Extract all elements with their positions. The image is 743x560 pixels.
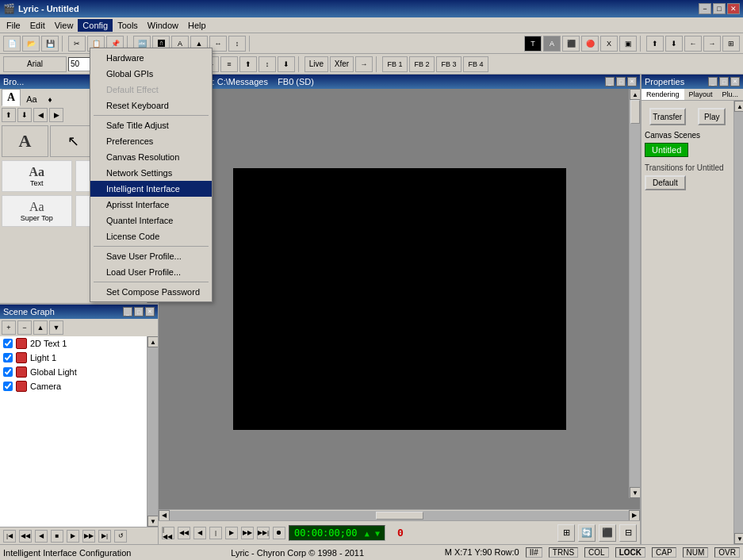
scene-check-2dtext[interactable] bbox=[3, 339, 13, 348]
browse-tab-diamond[interactable]: ♦ bbox=[43, 93, 58, 106]
menu-intelligent-interface[interactable]: Intelligent Interface bbox=[90, 181, 212, 197]
scene-check-camera[interactable] bbox=[3, 382, 13, 391]
canvas-pb-next[interactable]: ▶▶ bbox=[241, 527, 254, 539]
tb-color-5[interactable]: X bbox=[600, 36, 618, 52]
new-btn[interactable]: 📄 bbox=[3, 36, 21, 52]
scene-scrollbar[interactable]: ▲ ▼ bbox=[147, 336, 158, 527]
canvas-close-btn[interactable]: ✕ bbox=[627, 77, 637, 86]
align-bot-btn[interactable]: ⬇ bbox=[278, 56, 295, 72]
props-scroll-down[interactable]: ▼ bbox=[734, 533, 743, 544]
scene-check-light1[interactable] bbox=[3, 353, 13, 362]
scene-item-camera[interactable]: Camera bbox=[0, 379, 147, 393]
scene-item-2dtext[interactable]: 2D Text 1 bbox=[0, 336, 147, 351]
scene-scroll-track[interactable] bbox=[147, 347, 158, 516]
pb-play[interactable]: ▶ bbox=[67, 530, 79, 543]
canvas-scrollbar-v[interactable]: ▲ ▼ bbox=[629, 89, 640, 498]
pb-next[interactable]: ▶▶ bbox=[82, 530, 95, 543]
pb-start[interactable]: |◀ bbox=[3, 530, 16, 543]
canvas-pb-prev[interactable]: ◀ bbox=[193, 527, 206, 539]
props-scroll-track[interactable] bbox=[734, 112, 743, 533]
tool-a-large[interactable]: A bbox=[2, 125, 48, 157]
props-controls[interactable]: _ □ ✕ bbox=[708, 77, 740, 86]
xfer-btn[interactable]: Xfer bbox=[330, 56, 354, 72]
font-face-btn[interactable]: Arial bbox=[3, 56, 67, 72]
menu-load-profile[interactable]: Load User Profile... bbox=[90, 264, 212, 280]
live-btn[interactable]: Live bbox=[304, 56, 328, 72]
tb-color-6[interactable]: ▣ bbox=[619, 36, 637, 52]
maximize-button[interactable]: □ bbox=[713, 3, 726, 14]
props-close-btn[interactable]: ✕ bbox=[730, 77, 740, 86]
canvas-scroll-h-right[interactable]: ▶ bbox=[629, 510, 640, 521]
menu-network-settings[interactable]: Network Settings bbox=[90, 165, 212, 181]
pb-stop[interactable]: ■ bbox=[51, 530, 63, 543]
close-button[interactable]: ✕ bbox=[727, 3, 740, 14]
pb-prev[interactable]: ◀◀ bbox=[19, 530, 32, 543]
tab-plu[interactable]: Plu... bbox=[718, 89, 743, 100]
tb-misc-2[interactable]: ⬇ bbox=[665, 36, 683, 52]
arrow-btn[interactable]: → bbox=[355, 56, 373, 72]
align-justify-btn[interactable]: ≡ bbox=[220, 56, 238, 72]
scene-scroll-down[interactable]: ▼ bbox=[147, 516, 158, 527]
menu-tools[interactable]: Tools bbox=[113, 19, 143, 32]
browse-btn-4[interactable]: ▶ bbox=[49, 108, 63, 122]
save-btn[interactable]: 💾 bbox=[41, 36, 59, 52]
fb3-btn[interactable]: FB 3 bbox=[436, 56, 462, 72]
menu-safe-title[interactable]: Safe Title Adjust bbox=[90, 117, 212, 133]
tab-playout[interactable]: Playout bbox=[684, 89, 718, 100]
tb-misc-1[interactable]: ⬆ bbox=[646, 36, 664, 52]
menu-window[interactable]: Window bbox=[143, 19, 183, 32]
align-mid-btn[interactable]: ↕ bbox=[259, 56, 276, 72]
browse-tab-aa[interactable]: Aa bbox=[21, 92, 42, 106]
canvas-pb-end[interactable]: ▶▶| bbox=[257, 527, 270, 539]
align-top-btn[interactable]: ⬆ bbox=[239, 56, 257, 72]
scene-tb-3[interactable]: ▲ bbox=[33, 320, 48, 335]
menu-config[interactable]: Config bbox=[78, 19, 113, 32]
pb-prev2[interactable]: ◀ bbox=[35, 530, 48, 543]
canvas-pb-stop[interactable]: | bbox=[209, 527, 222, 539]
menu-file[interactable]: File bbox=[2, 19, 25, 32]
canvas-scroll-h-track[interactable] bbox=[170, 511, 629, 520]
canvas-maximize-btn[interactable]: □ bbox=[616, 77, 626, 86]
canvas-pb-start[interactable]: |◀◀ bbox=[162, 527, 174, 539]
canvas-minimize-btn[interactable]: _ bbox=[605, 77, 615, 86]
canvas-scroll-h-left[interactable]: ◀ bbox=[159, 510, 170, 521]
minimize-button[interactable]: − bbox=[699, 3, 711, 14]
props-scroll-up[interactable]: ▲ bbox=[734, 101, 743, 112]
canvas-black[interactable] bbox=[233, 168, 566, 430]
menu-save-profile[interactable]: Save User Profile... bbox=[90, 248, 212, 264]
canvas-scroll-h-thumb[interactable] bbox=[376, 512, 423, 520]
tb-color-4[interactable]: 🔴 bbox=[581, 36, 599, 52]
tb-btn-6[interactable]: ↕ bbox=[228, 36, 246, 52]
menu-quantel-interface[interactable]: Quantel Interface bbox=[90, 213, 212, 228]
fb2-btn[interactable]: FB 2 bbox=[409, 56, 435, 72]
window-controls[interactable]: − □ ✕ bbox=[699, 3, 740, 14]
pb-end[interactable]: ▶| bbox=[98, 530, 111, 543]
canvas-scene-badge[interactable]: Untitled bbox=[645, 143, 688, 157]
canvas-controls[interactable]: _ □ ✕ bbox=[605, 77, 637, 86]
canvas-inner[interactable]: ▲ ▼ bbox=[159, 89, 640, 509]
tb-color-3[interactable]: ⬛ bbox=[562, 36, 580, 52]
scene-item-light1[interactable]: Light 1 bbox=[0, 351, 147, 365]
browse-item-text[interactable]: Aa Text bbox=[2, 160, 72, 192]
props-scrollbar[interactable]: ▲ ▼ bbox=[733, 101, 743, 544]
play-button[interactable]: Play bbox=[698, 108, 726, 125]
props-minimize-btn[interactable]: _ bbox=[708, 77, 718, 86]
canvas-scroll-v-track[interactable] bbox=[630, 100, 640, 487]
scene-minimize-btn[interactable]: _ bbox=[123, 307, 132, 316]
browse-btn-1[interactable]: ⬆ bbox=[2, 108, 16, 122]
canvas-scroll-v-down[interactable]: ▼ bbox=[630, 487, 640, 498]
browse-item-supertop[interactable]: Aa Super Top bbox=[2, 195, 72, 227]
canvas-pb-prev2[interactable]: ◀◀ bbox=[178, 527, 190, 539]
canvas-scroll-v-thumb[interactable] bbox=[630, 100, 640, 124]
fb1-btn[interactable]: FB 1 bbox=[382, 56, 408, 72]
tb-color-1[interactable]: T bbox=[524, 36, 542, 52]
props-maximize-btn[interactable]: □ bbox=[719, 77, 729, 86]
fb4-btn[interactable]: FB 4 bbox=[463, 56, 488, 72]
scene-panel-controls[interactable]: _ □ ✕ bbox=[123, 307, 155, 316]
canvas-bottom-btn-1[interactable]: ⊞ bbox=[557, 524, 575, 542]
menu-view[interactable]: View bbox=[50, 19, 79, 32]
tb-color-2[interactable]: A bbox=[543, 36, 561, 52]
scene-item-globallight[interactable]: Global Light bbox=[0, 365, 147, 379]
menu-reset-keyboard[interactable]: Reset Keyboard bbox=[90, 98, 212, 113]
scene-tb-2[interactable]: − bbox=[17, 320, 32, 335]
